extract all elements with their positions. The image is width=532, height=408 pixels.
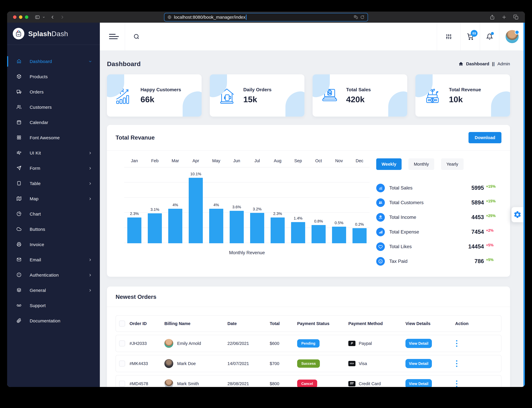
stat-card-value: 10k (449, 94, 481, 104)
row-actions-kebab[interactable] (455, 380, 458, 387)
map-icon (17, 196, 21, 202)
profile-menu[interactable] (499, 23, 525, 50)
filter-settings-button[interactable] (437, 23, 461, 50)
chevron-down-icon[interactable] (42, 16, 45, 19)
download-button[interactable]: Download (469, 132, 501, 143)
sidebar-item-authentication[interactable]: Authentication (7, 267, 100, 283)
home-icon (17, 59, 21, 64)
order-date: 14/07/2021 (227, 361, 270, 366)
tablet-icon (17, 181, 21, 186)
sidebar-item-email[interactable]: Email (7, 252, 100, 267)
tab-weekly[interactable]: Weekly (376, 158, 402, 170)
revenue-bar (209, 209, 223, 243)
summary-value: 4453 (460, 214, 484, 221)
url-text: localhost:8080/book_manager/index (174, 15, 246, 20)
row-checkbox[interactable] (119, 361, 125, 366)
tab-overview-icon[interactable] (513, 15, 519, 20)
decorative-blob (285, 91, 304, 117)
sidebar-item-table[interactable]: Table (7, 176, 100, 191)
sidebar-item-dashboard[interactable]: Dashboard (7, 54, 100, 69)
sidebar-item-label: Table (30, 181, 41, 186)
summary-row-total-expense: Total Expense7454+2% (376, 225, 501, 239)
sidebar-item-support[interactable]: Support (7, 298, 100, 313)
sidebar-item-font-awesome[interactable]: Font Awesome (7, 130, 100, 145)
sidebar-item-form[interactable]: Form (7, 161, 100, 176)
chevron-right-icon (88, 258, 92, 262)
tab-yearly[interactable]: Yearly (441, 158, 464, 170)
translate-icon[interactable] (354, 15, 358, 19)
bar-column: 0.8% (308, 167, 329, 243)
summary-value: 786 (460, 258, 484, 264)
sidebar-item-customers[interactable]: Customers (7, 100, 100, 115)
chevron-right-icon (88, 151, 92, 155)
sidebar-item-map[interactable]: Map (7, 191, 100, 206)
address-bar[interactable]: localhost:8080/book_manager/index (164, 13, 368, 21)
titlebar-nav-icons (35, 15, 64, 20)
sidebar-item-buttons[interactable]: Buttons (7, 222, 100, 237)
summary-row-total-likes: Total Likes14454+5% (376, 239, 501, 254)
share-icon[interactable] (489, 15, 495, 20)
paperclip-icon (17, 318, 21, 323)
order-row-MD4578: #MD4578Mark Smith28/08/2021$800CancelCre… (115, 375, 501, 387)
gear-icon (513, 211, 522, 219)
row-actions-kebab[interactable] (455, 359, 458, 368)
sidebar-item-label: Customers (30, 105, 52, 110)
total-revenue-card: Total Revanue Download JanFebMarAprMayJu… (107, 125, 510, 277)
new-tab-icon[interactable] (501, 15, 507, 20)
forward-button-icon[interactable] (60, 15, 64, 20)
cart-button[interactable]: 03 (461, 23, 480, 50)
sidebar-item-chart[interactable]: Chart (7, 206, 100, 222)
newest-orders-card: Newest Orders Order IDBilling NameDateTo… (107, 287, 510, 387)
tab-monthly[interactable]: Monthly (408, 158, 434, 170)
row-actions-kebab[interactable] (455, 339, 458, 348)
page-scrollbar[interactable] (523, 23, 525, 387)
sidebar-item-documentation[interactable]: Documentation (7, 313, 100, 328)
sidebar-item-general[interactable]: General (7, 283, 100, 298)
breadcrumb-section[interactable]: Dashboard (466, 61, 489, 66)
view-detail-button[interactable]: View Detail (406, 339, 432, 348)
revenue-bar (148, 213, 162, 243)
payment-method-icon (348, 381, 355, 386)
row-checkbox[interactable] (119, 381, 125, 387)
zoom-window-button[interactable] (25, 15, 28, 19)
close-window-button[interactable] (13, 15, 17, 19)
order-total: $600 (270, 341, 297, 346)
menu-toggle-button[interactable] (100, 23, 125, 50)
sidebar-item-invoice[interactable]: Invoice (7, 237, 100, 252)
sidebar-item-products[interactable]: Products (7, 69, 100, 84)
summary-delta: +25% (486, 214, 501, 218)
order-id: #MD4578 (130, 381, 164, 386)
minimize-window-button[interactable] (19, 15, 22, 19)
chevron-right-icon (88, 289, 92, 292)
sidebar-item-ui-kit[interactable]: UI Kit (7, 145, 100, 161)
back-button-icon[interactable] (50, 15, 55, 20)
summary-label: Total Likes (389, 244, 412, 249)
reload-icon[interactable] (360, 15, 365, 19)
monthly-revenue-chart: JanFebMarAprMayJunJulAugSepOctNovDec 2.3… (124, 158, 370, 269)
sidebar-item-label: Authentication (30, 272, 59, 278)
payment-method-icon: VISA (348, 361, 355, 366)
bar-value-label: 4% (213, 203, 219, 207)
view-detail-button[interactable]: View Detail (406, 359, 432, 368)
theme-settings-button[interactable] (512, 207, 523, 222)
select-all-checkbox[interactable] (119, 321, 125, 326)
decorative-blob (183, 91, 202, 117)
notifications-button[interactable] (480, 23, 499, 50)
sidebar-toggle-icon[interactable] (35, 15, 40, 20)
brand-logo[interactable]: SplashDash (7, 23, 100, 45)
sidebar-item-calendar[interactable]: Calendar (7, 115, 100, 130)
sliders-icon (445, 33, 452, 40)
sidebar-item-orders[interactable]: Orders (7, 84, 100, 100)
customer-avatar (164, 339, 173, 348)
stat-card-label: Total Sales (346, 87, 371, 93)
sidebar-item-label: Map (30, 196, 39, 201)
chevron-right-icon (88, 182, 92, 186)
brand-name-bold: Splash (28, 30, 52, 38)
sum-customers-icon (376, 198, 385, 207)
view-detail-button[interactable]: View Detail (406, 379, 432, 387)
order-id: #JH2033 (130, 341, 164, 346)
summary-label: Total Income (389, 214, 416, 220)
search-button[interactable] (125, 23, 437, 50)
order-total: $700 (270, 361, 297, 366)
row-checkbox[interactable] (119, 340, 125, 346)
